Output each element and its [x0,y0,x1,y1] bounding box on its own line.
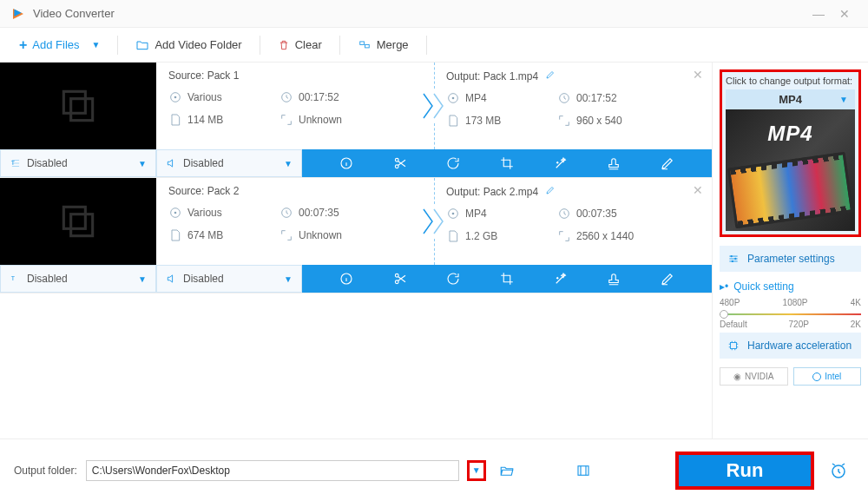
minimize-button[interactable]: — [806,7,832,21]
file-icon [446,229,460,243]
output-label: Output: Pack 2.mp4 [446,186,538,198]
audio-value: Disabled [183,273,224,285]
remove-item-button[interactable]: ✕ [693,68,703,82]
tick: Default [720,320,747,329]
folder-add-icon [135,38,149,52]
merge-button[interactable]: Merge [349,33,418,56]
format-dropdown[interactable]: MP4 ▼ [726,89,855,109]
effects-button[interactable] [543,265,578,293]
magic-icon [553,155,569,171]
intel-label: Intel [825,372,841,381]
schedule-button[interactable] [823,455,854,486]
info-button[interactable] [329,149,364,177]
output-format: MP4 [465,92,487,104]
audio-value: Disabled [183,157,224,169]
edit-button[interactable] [650,265,685,293]
add-folder-button[interactable]: Add Video Folder [127,33,250,57]
resolution-icon [557,114,571,128]
pencil-icon [545,185,556,195]
output-folder-dropdown[interactable]: ▼ [467,460,486,481]
slider-thumb[interactable] [720,310,728,319]
subtitle-icon: T [10,273,22,285]
stack-icon [56,84,100,128]
info-icon [339,271,354,287]
merge-icon [358,39,372,51]
open-folder-button[interactable] [495,460,519,481]
nvidia-chip[interactable]: ◉NVIDIA [720,367,788,386]
svg-point-5 [174,96,177,99]
info-icon [339,155,354,171]
edit-output-button[interactable] [545,70,556,82]
format-icon [168,206,182,220]
close-window-button[interactable]: ✕ [832,7,858,21]
chevron-down-icon: ▼ [138,159,147,168]
speaker-icon [166,157,178,169]
output-label: Output: Pack 1.mp4 [446,70,538,82]
cut-button[interactable] [383,149,418,177]
source-label: Source: Pack 1 [168,69,422,82]
file-list: Source: Pack 1 Various 00:17:52 114 MB U… [0,63,712,438]
rotate-button[interactable] [436,265,470,293]
svg-point-24 [395,280,398,284]
add-files-button[interactable]: + Add Files ▼ [10,32,108,58]
crop-button[interactable] [490,265,524,293]
add-files-label: Add Files [32,38,79,51]
source-resolution: Unknown [299,229,342,241]
watermark-button[interactable] [596,265,631,293]
watermark-button[interactable] [596,149,631,177]
separator [339,36,340,55]
output-info: Output: Pack 1.mp4 MP4 00:17:52 173 MB 9… [434,63,712,149]
edit-output-button[interactable] [545,186,556,198]
run-button[interactable]: Run [675,452,814,490]
output-resolution: 2560 x 1440 [576,230,634,242]
tick: 4K [851,298,861,307]
rotate-button[interactable] [436,149,470,177]
cut-button[interactable] [383,265,418,293]
chip-icon [727,339,740,352]
subtitle-icon: T [10,157,22,169]
output-duration: 00:07:35 [576,208,617,220]
arrows-icon [422,178,446,265]
clear-button[interactable]: Clear [269,33,331,57]
app-logo-icon [10,6,26,22]
item-actions [302,265,712,293]
crop-icon [499,155,515,171]
svg-rect-29 [731,343,737,349]
file-icon [168,113,182,127]
merge-label: Merge [377,38,409,51]
output-format-selector[interactable]: Click to change output format: MP4 ▼ MP4 [720,69,861,237]
clock-icon [279,206,293,220]
hardware-accel-button[interactable]: Hardware acceleration [720,333,861,359]
intel-chip[interactable]: Intel [793,367,862,386]
magic-icon [553,271,569,287]
svg-point-17 [174,212,177,214]
thumbnail[interactable] [0,63,156,149]
parameter-settings-button[interactable]: Parameter settings [720,246,861,272]
info-button[interactable] [329,265,364,293]
task-list-button[interactable] [571,460,595,481]
output-format: MP4 [465,208,487,220]
separator [426,36,427,55]
subtitle-dropdown[interactable]: TDisabled ▼ [0,149,156,177]
tick: 480P [720,298,740,307]
source-info: Source: Pack 1 Various 00:17:52 114 MB U… [156,63,434,149]
subtitle-dropdown[interactable]: TDisabled ▼ [0,265,156,293]
output-folder-input[interactable]: C:\Users\WonderFox\Desktop [86,460,459,481]
output-duration: 00:17:52 [576,92,617,104]
source-duration: 00:17:52 [299,91,339,103]
remove-item-button[interactable]: ✕ [693,183,703,197]
effects-button[interactable] [543,149,578,177]
audio-dropdown[interactable]: Disabled ▼ [156,149,302,177]
audio-dropdown[interactable]: Disabled ▼ [156,265,302,293]
chevron-down-icon: ▼ [284,159,293,168]
list-item: Source: Pack 1 Various 00:17:52 114 MB U… [0,63,712,178]
edit-button[interactable] [650,149,685,177]
svg-point-13 [395,158,398,162]
pencil-icon [545,69,556,80]
thumbnail[interactable] [0,178,156,265]
tick: 1080P [783,298,808,307]
item-actions [302,149,712,177]
hw-label: Hardware acceleration [747,339,852,352]
crop-button[interactable] [490,149,524,177]
resolution-slider[interactable]: 480P 1080P 4K Default 720P 2K [720,298,861,324]
